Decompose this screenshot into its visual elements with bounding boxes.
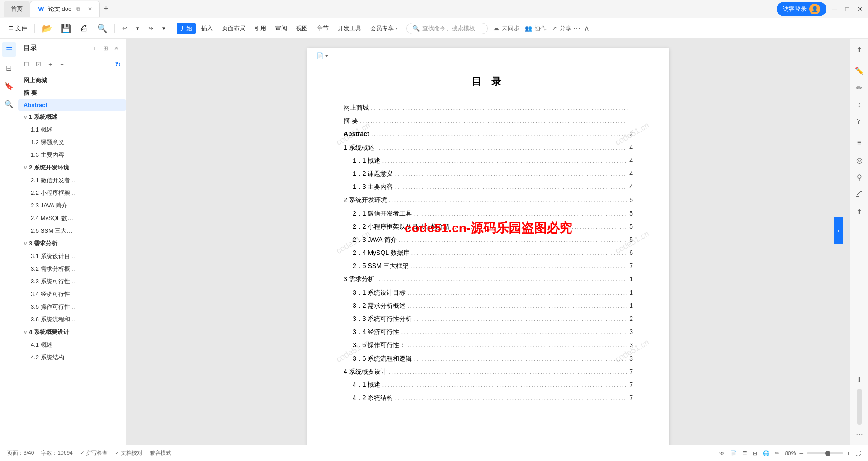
toc-item-toc-33[interactable]: 3.3 系统可行性… (18, 275, 126, 288)
toc-item-toc-abstract[interactable]: Abstract (18, 99, 126, 111)
zoom-slider[interactable] (807, 452, 843, 454)
toc-ctrl-remove[interactable]: − (57, 59, 67, 69)
toc-item-toc-24[interactable]: 2.4 MySQL 数… (18, 212, 126, 225)
right-panel-icon-4[interactable]: 🖱 (852, 115, 867, 129)
toc-ctrl-add[interactable]: + (45, 59, 55, 69)
right-panel-icon-8[interactable]: 🖊 (852, 187, 867, 202)
ref-menu-item[interactable]: 引用 (251, 23, 270, 34)
redo-button[interactable]: ↪ (145, 23, 157, 33)
view-menu-item[interactable]: 视图 (292, 23, 311, 34)
toc-close-button[interactable]: ✕ (112, 43, 121, 52)
toc-item-toc-31[interactable]: 3.1 系统设计目… (18, 250, 126, 263)
right-panel-more[interactable]: ⋯ (852, 427, 867, 441)
toc-item-toc-wangshang[interactable]: 网上商城 (18, 74, 126, 87)
visit-login-button[interactable]: 访客登录 👤 (777, 2, 826, 16)
cloud-sync-button[interactable]: ☁ 未同步 (493, 24, 519, 33)
right-panel-icon-5[interactable]: ≡ (852, 136, 867, 150)
toc-item-toc-41[interactable]: 4.1 概述 (18, 339, 126, 351)
toc-item-toc-ch1[interactable]: ∨1 系统概述 (18, 111, 126, 123)
toc-item-toc-12[interactable]: 1.2 课题意义 (18, 136, 126, 149)
share-button[interactable]: ↗ 分享 (552, 24, 571, 33)
tab-close-icon[interactable]: ✕ (88, 6, 92, 12)
maximize-button[interactable]: □ (843, 5, 852, 14)
toc-ctrl-1[interactable]: ☐ (22, 59, 32, 69)
print-button[interactable]: 🖨 (76, 22, 92, 35)
tab-doc[interactable]: W 论文.doc ⧉ ✕ (30, 1, 100, 17)
toc-collapse-button[interactable]: − (79, 43, 88, 52)
view-icon-4[interactable]: ⊞ (753, 450, 757, 456)
member-menu-item[interactable]: 会员专享 › (367, 23, 401, 34)
file-menu[interactable]: ☰ 文件 (5, 23, 31, 34)
tab-restore-icon[interactable]: ⧉ (75, 5, 82, 13)
toc-item-toc-ch4[interactable]: ∨4 系统概要设计 (18, 326, 126, 339)
view-icon-3[interactable]: ☰ (742, 450, 747, 456)
toc-ctrl-2[interactable]: ☑ (33, 59, 43, 69)
tab-home[interactable]: 首页 (4, 1, 30, 17)
toc-item-toc-13[interactable]: 1.3 主要内容 (18, 149, 126, 161)
doc-verify[interactable]: ✓ 文档校对 (115, 449, 142, 457)
toc-item-toc-23[interactable]: 2.3 JAVA 简介 (18, 199, 126, 212)
sidebar-nav-button[interactable]: ⊞ (2, 61, 16, 75)
toc-item-toc-ch2[interactable]: ∨2 系统开发环境 (18, 161, 126, 174)
save-button[interactable]: 💾 (57, 22, 75, 35)
zoom-minus-button[interactable]: ─ (799, 450, 803, 456)
view-icon-2[interactable]: 📄 (730, 450, 737, 456)
chapter-menu-item[interactable]: 章节 (313, 23, 332, 34)
redo-dropdown[interactable]: ▾ (159, 23, 169, 33)
spell-check[interactable]: ✓ 拼写检查 (80, 449, 108, 457)
toc-item-toc-21[interactable]: 2.1 微信开发者… (18, 174, 126, 187)
right-panel-scroll-down[interactable]: ⬇ (852, 372, 867, 387)
right-panel-icon-9[interactable]: ⬆ (852, 204, 867, 219)
doc-area[interactable]: code51.cn code51.cn code51.cn code51.cn … (127, 39, 850, 445)
devtools-menu-item[interactable]: 开发工具 (334, 23, 365, 34)
toc-item-label: 4.2 系统结构 (31, 353, 64, 362)
new-tab-button[interactable]: + (100, 3, 113, 15)
right-panel-scroll-up[interactable]: ⬆ (852, 42, 867, 57)
compat-mode[interactable]: 兼容模式 (150, 449, 171, 457)
start-menu-item[interactable]: 开始 (177, 23, 196, 34)
toc-item-toc-35[interactable]: 3.5 操作可行性… (18, 301, 126, 313)
close-button[interactable]: ✕ (855, 5, 864, 14)
undo-button[interactable]: ↩ (118, 23, 131, 33)
sidebar-toc-button[interactable]: ☰ (2, 42, 16, 57)
toc-item-toc-42[interactable]: 4.2 系统结构 (18, 351, 126, 364)
fullscreen-button[interactable]: ⛶ (855, 450, 861, 456)
layout-menu-item[interactable]: 页面布局 (218, 23, 249, 34)
toc-item-toc-22[interactable]: 2.2 小程序框架… (18, 187, 126, 199)
toc-item-toc-34[interactable]: 3.4 经济可行性 (18, 288, 126, 301)
search-box[interactable]: 🔍 查找命令、搜索模板 (406, 23, 488, 34)
toc-item-toc-32[interactable]: 3.2 需求分析概… (18, 263, 126, 275)
doc-nav-icon[interactable]: 📄 ▾ (316, 52, 328, 59)
right-panel-icon-7[interactable]: ⚲ (852, 170, 867, 184)
sidebar-bookmark-button[interactable]: 🔖 (2, 79, 16, 93)
toc-settings-button[interactable]: ⊞ (101, 43, 110, 52)
collab-button[interactable]: 👥 协作 (525, 24, 547, 33)
right-panel-icon-6[interactable]: ◎ (852, 153, 867, 167)
page-info[interactable]: 页面：3/40 (7, 449, 34, 457)
review-menu-item[interactable]: 审阅 (272, 23, 291, 34)
view-icon-1[interactable]: 👁 (719, 450, 725, 456)
toc-sync-button[interactable]: ↻ (113, 59, 123, 69)
minimize-button[interactable]: ─ (830, 5, 839, 14)
view-icon-6[interactable]: ✏ (775, 450, 779, 456)
insert-menu-item[interactable]: 插入 (198, 23, 217, 34)
right-panel-icon-3[interactable]: ↕ (852, 98, 867, 112)
more-options-button[interactable]: ⋯ (573, 24, 580, 33)
toc-item-toc-ch3[interactable]: ∨3 需求分析 (18, 237, 126, 250)
toc-item-toc-36[interactable]: 3.6 系统流程和… (18, 313, 126, 326)
toc-item-toc-zhaiyao[interactable]: 摘 要 (18, 87, 126, 99)
view-icon-5[interactable]: 🌐 (763, 450, 769, 456)
zoom-plus-button[interactable]: + (847, 450, 850, 456)
toc-expand-button[interactable]: + (90, 43, 99, 52)
open-button[interactable]: 📂 (38, 22, 56, 35)
scan-button[interactable]: 🔍 (94, 22, 111, 35)
toc-item-toc-11[interactable]: 1.1 概述 (18, 123, 126, 136)
right-panel-icon-2[interactable]: ✏ (852, 80, 867, 95)
sidebar-search-button[interactable]: 🔍 (2, 97, 16, 111)
expand-button[interactable]: ∧ (584, 24, 590, 33)
undo-dropdown[interactable]: ▾ (132, 23, 143, 33)
word-count[interactable]: 字数：10694 (41, 449, 72, 457)
collapse-right-panel-button[interactable]: › (834, 217, 843, 244)
toc-item-toc-25[interactable]: 2.5 SSM 三大… (18, 225, 126, 237)
right-panel-icon-1[interactable]: ✏️ (852, 63, 867, 78)
